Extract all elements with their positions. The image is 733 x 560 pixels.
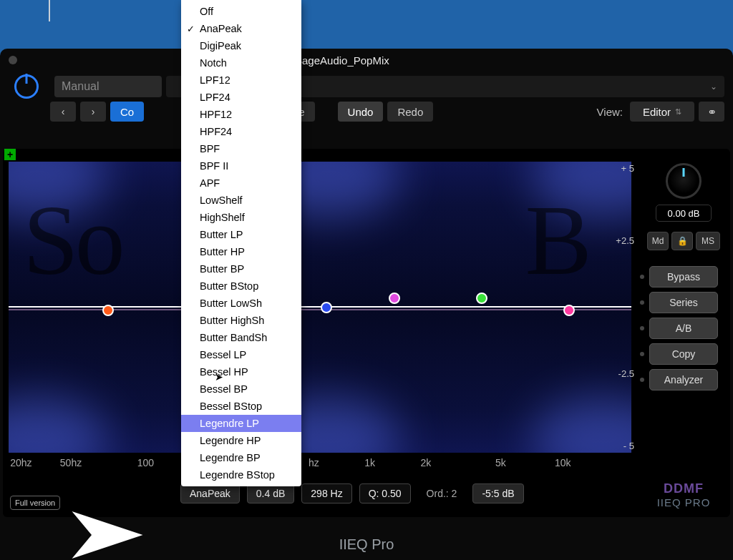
add-band-button[interactable]: +	[4, 149, 16, 160]
output-gain-knob[interactable]	[666, 163, 702, 199]
filter-menu-item[interactable]: Notch	[181, 54, 301, 72]
filter-menu-item[interactable]: AnaPeak	[181, 20, 301, 37]
series-button[interactable]: Series	[649, 292, 718, 313]
led-icon	[640, 275, 644, 279]
filter-menu-item[interactable]: APF	[181, 175, 301, 192]
filter-menu-item[interactable]: Off	[181, 3, 301, 20]
filter-menu-item[interactable]: Legendre HP	[181, 432, 301, 449]
lock-icon: 🔒	[677, 236, 688, 246]
compare-button[interactable]: Co	[110, 102, 144, 122]
led-icon	[640, 378, 644, 382]
filter-menu-item[interactable]: Butter LowSh	[181, 295, 301, 312]
view-dropdown[interactable]: Editor ⇅	[630, 102, 694, 122]
chevron-right-icon: ›	[92, 106, 95, 117]
eq-area: + So B + 5 +2.5 -2.5 - 5 20hz50hz100hz1k…	[3, 149, 637, 517]
lock-button[interactable]: 🔒	[671, 232, 693, 250]
filter-menu-item[interactable]: Butter BStop	[181, 277, 301, 295]
filter-menu-item[interactable]: Legendre BP	[181, 449, 301, 466]
filter-type-dropdown[interactable]: AnaPeak	[180, 483, 240, 503]
freq-tick-label: 20hz	[10, 457, 31, 468]
freq-tick-label: 1k	[364, 457, 375, 468]
filter-menu-item[interactable]: Butter HP	[181, 243, 301, 260]
preset-mode-dropdown[interactable]: Manual	[54, 76, 162, 97]
filter-menu-item[interactable]: Butter BandSh	[181, 329, 301, 346]
filter-type-menu[interactable]: OffAnaPeakDigiPeakNotchLPF12LPF24HPF12HP…	[181, 0, 301, 486]
view-label: View:	[597, 106, 623, 118]
filter-menu-item[interactable]: BPF II	[181, 157, 301, 175]
redo-button[interactable]: Redo	[387, 102, 433, 122]
window-title: SageAudio_PopMix	[295, 54, 389, 67]
filter-menu-item[interactable]: Butter BP	[181, 260, 301, 277]
led-icon	[640, 352, 644, 356]
link-icon: ⚭	[707, 105, 717, 119]
band-order-field[interactable]: Ord.: 2	[418, 483, 466, 503]
frequency-axis: 20hz50hz100hz1k2k5k10k	[9, 456, 631, 470]
filter-menu-item[interactable]: Butter HighSh	[181, 312, 301, 329]
updown-icon: ⇅	[675, 107, 681, 117]
band-range-field[interactable]: -5:5 dB	[472, 483, 523, 503]
filter-menu-item[interactable]: HighShelf	[181, 209, 301, 226]
power-button[interactable]	[9, 69, 44, 104]
plugin-body: + So B + 5 +2.5 -2.5 - 5 20hz50hz100hz1k…	[3, 149, 730, 517]
window-titlebar: SageAudio_PopMix	[0, 49, 733, 72]
preset-mode-label: Manual	[62, 80, 99, 93]
eq-band-handle[interactable]	[563, 305, 575, 316]
freq-tick-label: 5k	[495, 457, 506, 468]
eq-display[interactable]: So B	[9, 162, 631, 453]
ruler-mark	[49, 0, 50, 21]
eq-band-handle[interactable]	[389, 293, 400, 304]
filter-menu-item[interactable]: Bessel HP	[181, 363, 301, 380]
filter-menu-item[interactable]: HPF24	[181, 123, 301, 140]
power-icon	[14, 74, 39, 99]
filter-menu-item[interactable]: Bessel BStop	[181, 398, 301, 415]
filter-menu-item[interactable]: Legendre BStop	[181, 466, 301, 483]
filter-menu-item[interactable]: Bessel LP	[181, 346, 301, 363]
filter-menu-item[interactable]: Bessel BP	[181, 380, 301, 398]
undo-button[interactable]: Undo	[338, 102, 384, 122]
watermark-text: So	[23, 190, 122, 290]
output-gain-readout[interactable]: 0.00 dB	[656, 205, 712, 222]
ms-button[interactable]: MS	[696, 232, 720, 250]
band-freq-field[interactable]: 298 Hz	[301, 483, 351, 503]
link-button[interactable]: ⚭	[699, 102, 724, 122]
band-q-field[interactable]: Q: 0.50	[359, 483, 411, 503]
freq-tick-label: 10k	[555, 457, 571, 468]
cursor-icon: ➤	[215, 371, 223, 383]
filter-menu-item[interactable]: BPF	[181, 140, 301, 157]
prev-preset-button[interactable]: ‹	[50, 102, 76, 122]
filter-menu-item[interactable]: Legendre LP	[181, 415, 301, 432]
md-button[interactable]: Md	[647, 232, 669, 250]
host-toolbar: Manual ⌄ ‹ › Co Paste Undo	[0, 72, 733, 120]
freq-tick-label: hz	[309, 457, 319, 468]
side-panel: 0.00 dB Md 🔒 MS BypassSeriesA/BCopyAnaly…	[637, 149, 730, 517]
filter-menu-item[interactable]: HPF12	[181, 106, 301, 123]
analyzer-button[interactable]: Analyzer	[649, 369, 718, 390]
led-icon	[640, 326, 644, 330]
filter-menu-item[interactable]: LPF24	[181, 89, 301, 106]
band-parameter-row: AnaPeak 0.4 dB 298 Hz Q: 0.50 Ord.: 2 -5…	[9, 481, 631, 506]
full-version-button[interactable]: Full version	[10, 496, 60, 510]
chevron-down-icon: ⌄	[710, 82, 717, 92]
filter-menu-item[interactable]: Butter LP	[181, 226, 301, 243]
eq-band-handle[interactable]	[321, 302, 332, 313]
brand-label: DDMF IIEQ PRO	[657, 481, 711, 509]
filter-menu-item[interactable]: LowShelf	[181, 192, 301, 209]
led-icon	[640, 300, 644, 305]
bypass-button[interactable]: Bypass	[649, 266, 718, 288]
next-preset-button[interactable]: ›	[80, 102, 106, 122]
filter-menu-item[interactable]: DigiPeak	[181, 37, 301, 54]
watermark-text: B	[525, 190, 588, 290]
freq-tick-label: 50hz	[60, 457, 82, 468]
annotation-arrow-icon	[68, 503, 147, 560]
eq-band-handle[interactable]	[476, 293, 487, 304]
copy-button[interactable]: Copy	[649, 343, 718, 365]
close-icon[interactable]	[9, 56, 17, 64]
filter-menu-item[interactable]: LPF12	[181, 72, 301, 89]
plugin-window: SageAudio_PopMix Manual ⌄ ‹ › Co	[0, 49, 733, 560]
ab-button[interactable]: A/B	[649, 318, 718, 339]
band-gain-field[interactable]: 0.4 dB	[247, 483, 294, 503]
chevron-left-icon: ‹	[62, 106, 65, 117]
freq-tick-label: 100	[137, 457, 154, 468]
freq-tick-label: 2k	[420, 457, 431, 468]
eq-band-handle[interactable]	[102, 305, 114, 316]
